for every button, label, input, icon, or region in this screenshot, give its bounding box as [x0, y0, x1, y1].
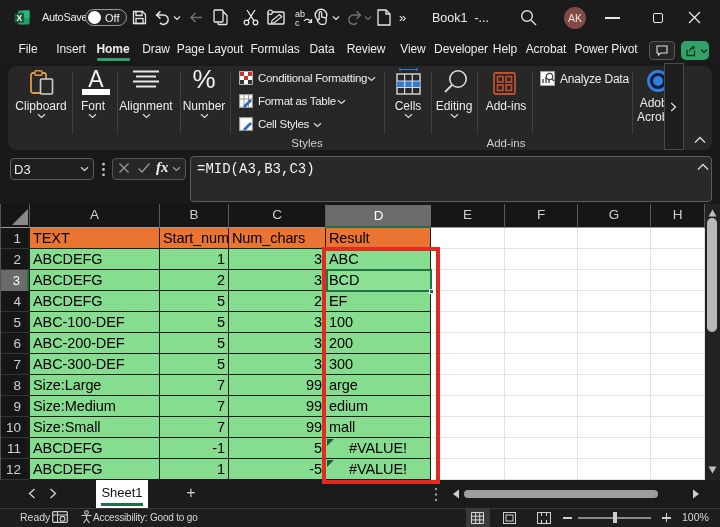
svg-text:c: c: [295, 18, 300, 28]
svg-text:X: X: [16, 13, 22, 23]
